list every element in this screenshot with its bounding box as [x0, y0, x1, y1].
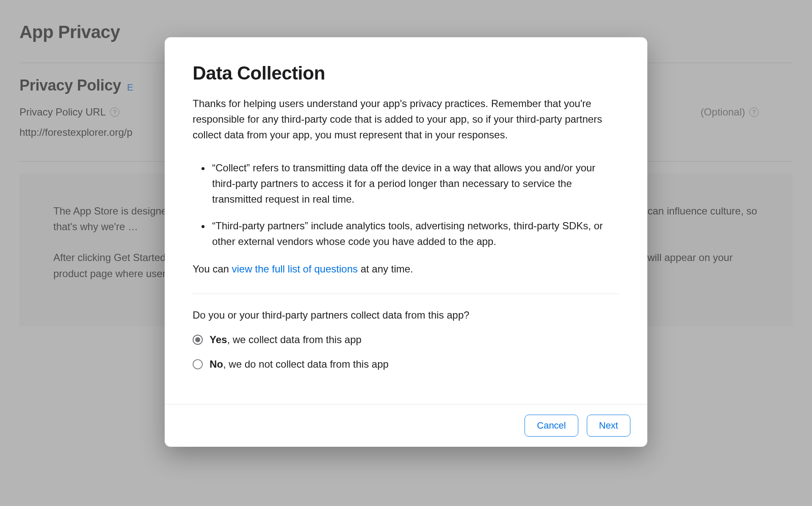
modal-title: Data Collection [193, 63, 619, 84]
modal-overlay: Data Collection Thanks for helping users… [0, 0, 812, 506]
cancel-button[interactable]: Cancel [525, 415, 578, 437]
data-collection-modal: Data Collection Thanks for helping users… [165, 37, 647, 447]
modal-bullet: “Third-party partners” include analytics… [210, 218, 619, 249]
radio-icon [193, 335, 203, 345]
radio-label: No, we do not collect data from this app [210, 358, 389, 370]
modal-link-line: You can view the full list of questions … [193, 263, 619, 275]
modal-bullet-list: “Collect” refers to transmitting data of… [193, 160, 619, 250]
modal-intro: Thanks for helping users understand your… [193, 96, 619, 143]
radio-option-no[interactable]: No, we do not collect data from this app [193, 358, 619, 370]
link-prefix: You can [193, 263, 232, 275]
view-questions-link[interactable]: view the full list of questions [232, 263, 358, 275]
radio-icon [193, 359, 203, 369]
modal-body: Data Collection Thanks for helping users… [165, 37, 647, 404]
radio-option-yes[interactable]: Yes, we collect data from this app [193, 334, 619, 346]
radio-label: Yes, we collect data from this app [210, 334, 362, 346]
modal-footer: Cancel Next [165, 404, 647, 447]
modal-bullet: “Collect” refers to transmitting data of… [210, 160, 619, 207]
radio-label-rest: , we do not collect data from this app [223, 358, 389, 370]
radio-label-strong: No [210, 358, 223, 370]
modal-question: Do you or your third-party partners coll… [193, 309, 619, 321]
radio-label-strong: Yes [210, 334, 227, 345]
radio-label-rest: , we collect data from this app [227, 334, 361, 345]
link-suffix: at any time. [358, 263, 413, 275]
next-button[interactable]: Next [587, 415, 630, 437]
modal-divider [193, 294, 619, 294]
